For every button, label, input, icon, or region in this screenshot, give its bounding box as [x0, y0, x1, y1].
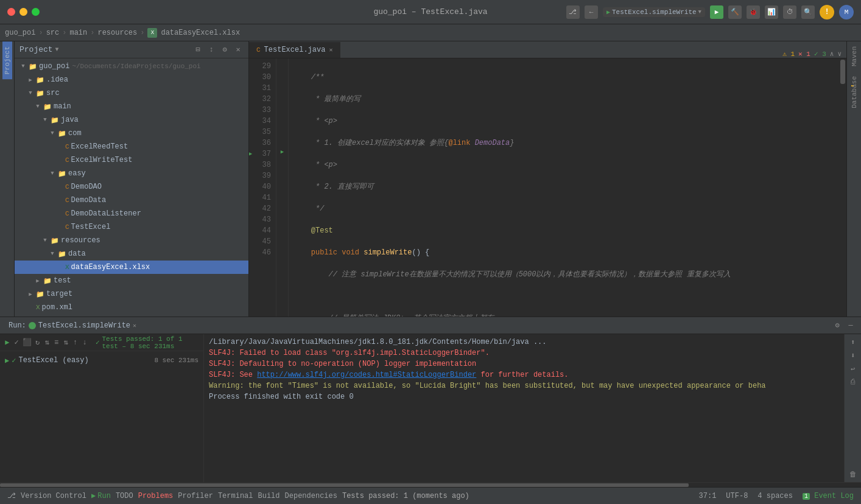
tree-item-external-libs[interactable]: ▶ 📁 External Libraries: [15, 314, 248, 317]
run-config-selector[interactable]: ▶ TestExcel.simpleWrite ▼: [603, 7, 705, 17]
coverage-icon[interactable]: 📊: [765, 5, 778, 19]
tree-item-DemoDataListener[interactable]: ▶ C DemoDataListener: [15, 207, 248, 220]
tree-label: test: [54, 276, 71, 285]
chevron-up-icon[interactable]: ∧: [830, 50, 834, 58]
breadcrumb-resources[interactable]: resources: [97, 29, 137, 37]
sort-btn[interactable]: ⇅: [43, 337, 50, 348]
pass-filter-btn[interactable]: ✓: [13, 337, 19, 348]
run-tab[interactable]: Run: TestExcel.simpleWrite ✕: [5, 321, 140, 330]
maven-tab[interactable]: Maven: [848, 41, 860, 71]
run-tree-item-TestExcel[interactable]: ▶ ✓ TestExcel (easy) 8 sec 231ms: [0, 354, 203, 367]
scroll-bottom-btn[interactable]: ⬇: [848, 350, 859, 361]
console-scrollbar[interactable]: [0, 482, 861, 487]
code-editor[interactable]: /** * 最简单的写 * <p> * 1. 创建excel对应的实体对象 参照…: [289, 58, 839, 317]
horizontal-scrollbar-thumb[interactable]: [0, 483, 689, 487]
git-icon[interactable]: ⎇: [7, 491, 16, 500]
tree-item-pom[interactable]: ▶ X pom.xml: [15, 301, 248, 314]
scrollbar-thumb[interactable]: [840, 60, 845, 84]
maximize-button[interactable]: [32, 8, 40, 16]
breadcrumb-main[interactable]: main: [69, 29, 87, 37]
tree-item-DemoDAO[interactable]: ▶ C DemoDAO: [15, 180, 248, 194]
clear-btn[interactable]: 🗑: [848, 469, 859, 480]
run-button[interactable]: ▶: [710, 5, 723, 19]
tree-item-ExcelWriteTest[interactable]: ▶ C ExcelWriteTest: [15, 153, 248, 167]
editor-scrollbar[interactable]: [839, 58, 846, 317]
up-btn[interactable]: ↑: [72, 337, 79, 348]
panel-controls: ⚙ —: [832, 320, 856, 331]
search-icon[interactable]: 🔍: [801, 5, 815, 19]
profiler-link[interactable]: Profiler: [178, 492, 213, 500]
close-tab-icon[interactable]: ✕: [329, 46, 332, 54]
close-button[interactable]: [7, 8, 15, 16]
tree-item-idea[interactable]: ▶ 📁 .idea: [15, 73, 248, 86]
event-log-link[interactable]: 1 Event Log: [803, 492, 854, 500]
back-icon[interactable]: ←: [585, 5, 598, 19]
tree-item-data[interactable]: ▼ 📁 data: [15, 247, 248, 261]
play-btn[interactable]: ▶: [4, 337, 10, 348]
project-tab[interactable]: Project: [0, 41, 15, 317]
diff-btn[interactable]: ⇅: [62, 337, 69, 348]
avatar[interactable]: M: [839, 5, 854, 19]
tree-item-dataEasyExcel[interactable]: ▶ X dataEasyExcel.xlsx: [15, 261, 248, 274]
run-tree: ▶ ✓ TestExcel (easy) 8 sec 231ms: [0, 351, 203, 482]
build-link[interactable]: Build: [258, 492, 280, 500]
slf4j-link[interactable]: http://www.slf4j.org/codes.html#StaticLo…: [257, 371, 476, 379]
profile-icon[interactable]: ⏱: [783, 5, 796, 19]
tree-item-DemoData[interactable]: ▶ C DemoData: [15, 194, 248, 207]
tree-item-guo-poi[interactable]: ▼ 📁 guo_poi ~/Documents/IdeaProjects/guo…: [15, 60, 248, 73]
breadcrumb-file[interactable]: dataEasyExcel.xlsx: [161, 29, 240, 37]
version-control-link[interactable]: Version Control: [21, 492, 86, 500]
tree-item-java[interactable]: ▼ 📁 java: [15, 113, 248, 127]
build-icon[interactable]: 🔨: [728, 5, 742, 19]
code-container: 29 30 31 32 33 34 35 36 37 ▶ 38 39 40 41…: [249, 58, 846, 317]
test-time: 8 sec 231ms: [154, 357, 199, 364]
sort-icon[interactable]: ↕: [206, 44, 217, 55]
database-tab[interactable]: Database: [848, 71, 860, 113]
tree-item-resources[interactable]: ▼ 📁 resources: [15, 234, 248, 247]
debug-icon[interactable]: 🐞: [747, 5, 760, 19]
down-btn[interactable]: ↓: [81, 337, 88, 348]
indent[interactable]: 4 spaces: [757, 492, 793, 500]
encoding[interactable]: UTF-8: [726, 492, 748, 500]
settings-panel-icon[interactable]: ⚙: [832, 320, 843, 331]
stop-btn[interactable]: ⬛: [23, 337, 32, 348]
minimize-button[interactable]: [19, 8, 27, 16]
breadcrumb-src[interactable]: src: [46, 29, 60, 37]
print-btn[interactable]: ⎙: [848, 377, 859, 388]
tree-item-com[interactable]: ▼ 📁 com: [15, 127, 248, 140]
scroll-top-btn[interactable]: ⬆: [848, 337, 859, 348]
tree-item-target[interactable]: ▶ 📁 target: [15, 287, 248, 301]
collapse-all-icon[interactable]: ⊟: [192, 44, 203, 55]
todo-link[interactable]: TODO: [116, 492, 133, 500]
run-status-btn[interactable]: ▶ Run: [91, 491, 111, 500]
project-label[interactable]: Project: [2, 41, 12, 79]
chevron-down-icon-editor[interactable]: ∨: [837, 50, 842, 58]
terminal-link[interactable]: Terminal: [218, 492, 253, 500]
sidebar-dropdown-icon[interactable]: ▼: [55, 46, 59, 53]
problems-link[interactable]: Problems: [138, 492, 174, 500]
close-run-tab-icon[interactable]: ✕: [133, 322, 136, 329]
tree-item-TestExcel[interactable]: ▶ C TestExcel: [15, 220, 248, 234]
window-controls[interactable]: [7, 8, 40, 16]
dependencies-link[interactable]: Dependencies: [285, 492, 337, 500]
cursor-position[interactable]: 37:1: [699, 492, 717, 500]
close-sidebar-icon[interactable]: ✕: [233, 44, 244, 55]
tab-TestExcel[interactable]: C TestExcel.java ✕: [249, 42, 340, 58]
run-gutter-icon[interactable]: ▶: [276, 146, 288, 157]
sidebar-title: Project: [19, 45, 53, 54]
settings-icon[interactable]: ⚙: [219, 44, 230, 55]
tree-label: guo_poi: [39, 62, 69, 71]
tree-item-test[interactable]: ▶ 📁 test: [15, 274, 248, 287]
vcs-icon[interactable]: ⎇: [566, 5, 580, 19]
tree-item-ExcelReedTest[interactable]: ▶ C ExcelReedTest: [15, 140, 248, 153]
breadcrumb-project[interactable]: guo_poi: [5, 29, 35, 37]
tree-item-main[interactable]: ▼ 📁 main: [15, 100, 248, 113]
tree-item-src[interactable]: ▼ 📁 src: [15, 86, 248, 100]
rerun-btn[interactable]: ↻: [34, 337, 41, 348]
wrap-btn[interactable]: ↩: [848, 363, 859, 374]
filter-btn[interactable]: ≡: [53, 337, 60, 348]
close-panel-icon[interactable]: —: [845, 320, 856, 331]
console-line-7: Process finished with exit code 0: [209, 391, 839, 402]
tree-item-easy[interactable]: ▼ 📁 easy: [15, 167, 248, 180]
notification-icon[interactable]: !: [820, 5, 834, 19]
